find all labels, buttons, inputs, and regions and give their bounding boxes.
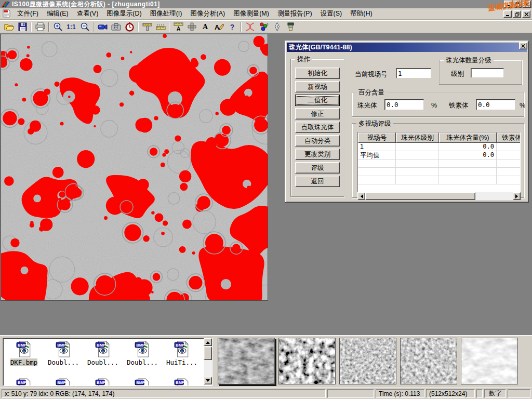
ruler-button[interactable]	[154, 21, 167, 33]
file-item[interactable]: BMP	[44, 377, 83, 385]
ferrite-percent-input[interactable]	[476, 99, 515, 110]
zoom-in-button[interactable]	[51, 21, 64, 33]
video-capture-button[interactable]	[96, 21, 109, 33]
menu-image-measure[interactable]: 图像测量(M)	[229, 8, 273, 20]
thumbnail-3[interactable]	[339, 338, 396, 384]
file-item[interactable]: BMP HuiTi...	[162, 339, 202, 377]
classify-button[interactable]: 3	[257, 21, 270, 33]
print-button[interactable]	[33, 21, 47, 33]
col-pearlite-content[interactable]: 珠光体含量(%)	[439, 132, 497, 143]
scrollbar-thumb[interactable]	[365, 192, 475, 200]
menu-image-display[interactable]: 图像显示(D)	[102, 8, 145, 20]
thumbnail-2[interactable]	[278, 338, 336, 384]
text-tool-button[interactable]: A	[198, 21, 212, 33]
table-row[interactable]: 平均值 0.0	[358, 151, 520, 159]
mdi-minimize-button[interactable]	[503, 10, 512, 18]
file-item[interactable]: BMP Doubl...	[44, 339, 83, 377]
close-button[interactable]	[523, 1, 531, 8]
menu-file[interactable]: 文件(F)	[13, 8, 43, 20]
file-item[interactable]: BMP	[83, 377, 123, 385]
caliper-button[interactable]	[140, 21, 154, 33]
menu-measure-report[interactable]: 测量报告(P)	[273, 8, 316, 20]
mdi-restore-button[interactable]	[513, 10, 521, 18]
rating-table-header: 视场号 珠光体级别 珠光体含量(%) 铁素体	[358, 132, 520, 143]
thumbnail-5[interactable]	[461, 338, 518, 384]
bmp-file-icon: BMP	[135, 341, 150, 357]
file-name[interactable]: Doubl...	[48, 358, 79, 366]
file-item[interactable]: BMP Doubl...	[83, 339, 123, 377]
measure-text-button[interactable]: A	[171, 21, 185, 33]
help-button[interactable]: ?	[225, 21, 239, 33]
return-button[interactable]: 返回	[295, 176, 340, 187]
scroll-down-button[interactable]	[204, 377, 212, 384]
rate-button[interactable]: 评级	[295, 162, 340, 174]
menu-help[interactable]: 帮助(H)	[346, 8, 376, 20]
title-bar[interactable]: IS100显微摄像系统(金相分析版) - [zhuguangti01]	[0, 0, 532, 8]
file-item[interactable]: BMP DKF.bmp	[4, 339, 44, 377]
correct-button[interactable]: 修正	[295, 108, 340, 119]
pen-nib-icon	[272, 22, 283, 32]
dialog-close-button[interactable]	[519, 42, 527, 49]
table-row-empty	[358, 159, 520, 168]
file-name[interactable]: Doubl...	[127, 358, 158, 366]
thumbnail-1[interactable]	[218, 338, 275, 384]
pen-tool-button[interactable]	[270, 21, 284, 33]
menu-view[interactable]: 查看(V)	[73, 8, 103, 20]
file-item[interactable]: BMP	[123, 377, 162, 385]
micrograph-image[interactable]	[1, 34, 268, 300]
minimize-button[interactable]	[504, 1, 512, 8]
cell-grade	[396, 151, 439, 159]
col-field-number[interactable]: 视场号	[358, 132, 396, 143]
save-floppy-icon	[17, 22, 28, 32]
file-name[interactable]: HuiTi...	[166, 358, 197, 366]
file-list-scrollbar[interactable]	[204, 338, 212, 384]
image-merge-button[interactable]	[185, 21, 198, 33]
file-name[interactable]: Doubl...	[87, 358, 118, 366]
svg-text:BMP: BMP	[97, 343, 105, 348]
scroll-left-button[interactable]	[357, 192, 365, 200]
table-horizontal-scrollbar[interactable]	[357, 192, 521, 200]
menu-image-processing[interactable]: 图像处理(I)	[146, 8, 187, 20]
multifield-group: 多视场评级 视场号 珠光体级别 珠光体含量(%) 铁素体 1 0.0 平均值	[352, 123, 524, 198]
zoom-out-button[interactable]	[78, 21, 91, 33]
save-button[interactable]	[16, 21, 29, 33]
level-input[interactable]	[471, 68, 504, 78]
scroll-right-button[interactable]	[513, 192, 521, 200]
scroll-up-button[interactable]	[204, 338, 212, 346]
photo-capture-button[interactable]	[109, 21, 123, 33]
printer-icon	[35, 22, 46, 32]
file-item[interactable]: BMP	[4, 377, 44, 385]
menu-image-analysis[interactable]: 图像分析(A)	[186, 8, 229, 20]
table-row[interactable]: 1 0.0	[358, 143, 520, 151]
menu-settings[interactable]: 设置(S)	[316, 8, 347, 20]
timer-button[interactable]	[123, 21, 136, 33]
annotate-button[interactable]: A	[212, 21, 225, 33]
thumbnail-strip	[218, 338, 518, 384]
auto-classify-button[interactable]: 自动分类	[295, 135, 340, 147]
binarize-button[interactable]: 二值化	[295, 95, 340, 106]
table-row-empty	[358, 168, 520, 176]
pick-pearlite-button[interactable]: 点取珠光体	[295, 122, 340, 133]
actual-size-button[interactable]: 1:1	[64, 21, 78, 33]
brush-tool-button[interactable]	[284, 21, 297, 33]
menu-edit[interactable]: 编辑(E)	[43, 8, 73, 20]
thumbnail-4[interactable]	[400, 338, 457, 384]
col-ferrite[interactable]: 铁素体	[497, 132, 521, 143]
file-item[interactable]: BMP	[162, 377, 202, 385]
change-class-button[interactable]: 更改类别	[295, 149, 340, 160]
scrollbar-thumb[interactable]	[204, 347, 212, 360]
mdi-close-button[interactable]	[522, 10, 530, 18]
file-item[interactable]: BMP Doubl...	[123, 339, 162, 377]
operations-group-label: 操作	[295, 55, 312, 64]
file-name[interactable]: DKF.bmp	[10, 358, 38, 366]
open-button[interactable]	[2, 21, 16, 33]
new-field-button[interactable]: 新视场	[295, 81, 340, 92]
current-field-input[interactable]	[396, 68, 431, 78]
dialog-title-bar[interactable]: 珠光体(GB/T9441-88)	[287, 43, 527, 52]
maximize-button[interactable]	[513, 1, 522, 8]
grade-count-group-label: 珠光体数量分级	[444, 56, 494, 65]
initialize-button[interactable]: 初始化	[295, 68, 340, 79]
col-pearlite-grade[interactable]: 珠光体级别	[396, 132, 439, 143]
pearlite-percent-input[interactable]	[384, 99, 424, 110]
curve-tool-button[interactable]	[243, 21, 257, 33]
